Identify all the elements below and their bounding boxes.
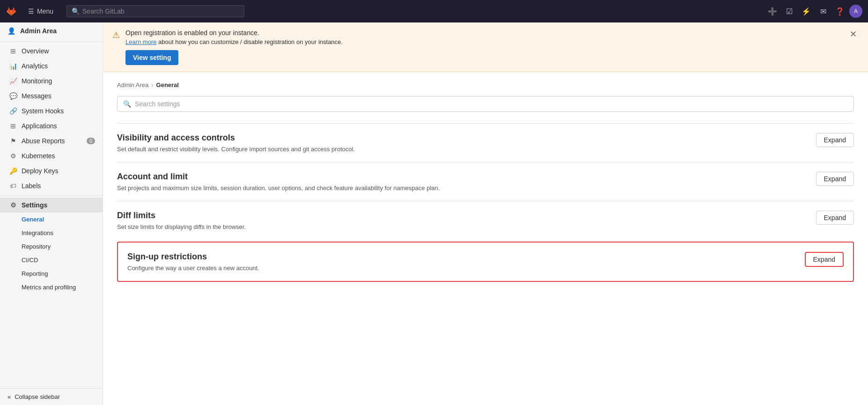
search-input[interactable]	[82, 7, 239, 15]
sidebar-divider-2	[0, 195, 103, 196]
sidebar-sub-metrics[interactable]: Metrics and profiling	[0, 280, 103, 294]
collapse-sidebar[interactable]: « Collapse sidebar	[0, 388, 103, 405]
navbar-icons: ➕ ☑ ⚡ ✉ ❓ A	[765, 4, 862, 19]
sidebar-item-messages[interactable]: 💬 Messages	[0, 88, 103, 103]
sidebar-item-analytics[interactable]: 📊 Analytics	[0, 59, 103, 74]
sidebar-sub-cicd[interactable]: CI/CD	[0, 253, 103, 267]
section-account-info: Account and limit Set projects and maxim…	[117, 172, 440, 191]
kubernetes-icon: ⚙	[9, 152, 17, 160]
section-account: Account and limit Set projects and maxim…	[117, 162, 854, 201]
deploy-keys-icon: 🔑	[9, 167, 17, 175]
expand-diff-button[interactable]: Expand	[816, 211, 854, 225]
banner-content: Open registration is enabled on your ins…	[125, 29, 842, 65]
section-account-header: Account and limit Set projects and maxim…	[117, 172, 854, 191]
labels-label: Labels	[22, 182, 41, 190]
section-visibility-header: Visibility and access controls Set defau…	[117, 133, 854, 153]
gitlab-logo-icon	[6, 6, 17, 17]
section-visibility-desc: Set default and restrict visibility leve…	[117, 146, 355, 153]
create-button[interactable]: ➕	[765, 4, 780, 19]
admin-icon: 👤	[7, 27, 15, 35]
abuse-reports-label: Abuse Reports	[22, 137, 65, 145]
section-diff: Diff limits Set size limits for displayi…	[117, 201, 854, 240]
sidebar-item-applications[interactable]: ⊞ Applications	[0, 118, 103, 133]
section-account-desc: Set projects and maximum size limits, se…	[117, 184, 440, 191]
sidebar-sub-reporting[interactable]: Reporting	[0, 267, 103, 280]
section-account-title: Account and limit	[117, 172, 440, 182]
breadcrumb-parent: Admin Area	[117, 81, 148, 88]
sidebar-item-overview[interactable]: ⊞ Overview	[0, 44, 103, 59]
search-bar: 🔍	[66, 5, 244, 17]
sidebar-item-monitoring[interactable]: 📈 Monitoring	[0, 74, 103, 88]
sidebar: 👤 Admin Area ⊞ Overview 📊 Analytics 📈 Mo…	[0, 22, 103, 405]
messages-label: Messages	[22, 92, 51, 100]
analytics-label: Analytics	[22, 62, 48, 70]
collapse-label: Collapse sidebar	[15, 393, 60, 400]
sidebar-item-system-hooks[interactable]: 🔗 System Hooks	[0, 103, 103, 118]
banner-subtitle: Learn more about how you can customize /…	[125, 38, 842, 45]
overview-icon: ⊞	[9, 47, 17, 55]
merge-requests-button[interactable]: ⚡	[799, 4, 814, 19]
expand-signup-button[interactable]: Expand	[805, 252, 844, 267]
applications-icon: ⊞	[9, 122, 17, 130]
navbar: ☰ Menu 🔍 ➕ ☑ ⚡ ✉ ❓ A	[0, 0, 868, 22]
view-setting-button[interactable]: View setting	[125, 50, 178, 65]
search-settings-input[interactable]	[135, 100, 848, 108]
expand-visibility-button[interactable]: Expand	[816, 133, 854, 147]
sidebar-item-settings[interactable]: ⚙ Settings	[0, 198, 103, 213]
search-icon: 🔍	[72, 7, 80, 15]
registration-banner: ⚠ Open registration is enabled on your i…	[103, 22, 868, 72]
reporting-label: Reporting	[22, 270, 48, 277]
help-button[interactable]: ❓	[832, 4, 847, 19]
sidebar-sub-general[interactable]: General	[0, 213, 103, 226]
section-signup-desc: Configure the way a user creates a new a…	[127, 265, 259, 272]
close-banner-button[interactable]: ✕	[848, 29, 859, 39]
monitoring-label: Monitoring	[22, 77, 52, 85]
learn-more-link[interactable]: Learn more	[125, 38, 156, 45]
metrics-label: Metrics and profiling	[22, 284, 76, 291]
hamburger-icon: ☰	[28, 7, 34, 15]
expand-account-button[interactable]: Expand	[816, 172, 854, 186]
user-avatar[interactable]: A	[849, 5, 862, 18]
labels-icon: 🏷	[9, 182, 17, 190]
breadcrumb-current: General	[156, 81, 179, 88]
sidebar-admin-label: Admin Area	[20, 27, 57, 35]
kubernetes-label: Kubernetes	[22, 152, 55, 160]
repository-label: Repository	[22, 243, 51, 250]
general-label: General	[22, 216, 44, 223]
breadcrumb-separator: ›	[151, 81, 153, 88]
sidebar-item-abuse-reports[interactable]: ⚑ Abuse Reports 0	[0, 133, 103, 148]
applications-label: Applications	[22, 122, 57, 130]
abuse-icon: ⚑	[9, 137, 17, 145]
sidebar-divider-1	[0, 41, 103, 42]
abuse-reports-badge: 0	[87, 138, 95, 144]
section-diff-info: Diff limits Set size limits for displayi…	[117, 211, 246, 230]
section-visibility: Visibility and access controls Set defau…	[117, 123, 854, 162]
sidebar-item-kubernetes[interactable]: ⚙ Kubernetes	[0, 148, 103, 163]
sidebar-sub-repository[interactable]: Repository	[0, 240, 103, 253]
settings-sections: Visibility and access controls Set defau…	[117, 123, 854, 282]
issues-button[interactable]: ✉	[816, 4, 831, 19]
analytics-icon: 📊	[9, 62, 17, 70]
system-hooks-label: System Hooks	[22, 107, 64, 115]
warning-icon: ⚠	[112, 30, 120, 40]
sidebar-item-deploy-keys[interactable]: 🔑 Deploy Keys	[0, 163, 103, 178]
sidebar-admin-area[interactable]: 👤 Admin Area	[0, 22, 103, 39]
settings-label: Settings	[22, 201, 47, 209]
page-content: Admin Area › General 🔍 Visibility and ac…	[103, 72, 868, 291]
section-signup: Sign-up restrictions Configure the way a…	[117, 242, 854, 282]
cicd-label: CI/CD	[22, 257, 38, 264]
integrations-label: Integrations	[22, 229, 53, 236]
breadcrumb: Admin Area › General	[117, 81, 854, 88]
main-content: ⚠ Open registration is enabled on your i…	[103, 22, 868, 405]
section-visibility-info: Visibility and access controls Set defau…	[117, 133, 355, 153]
sidebar-sub-integrations[interactable]: Integrations	[0, 226, 103, 240]
sidebar-item-labels[interactable]: 🏷 Labels	[0, 178, 103, 193]
collapse-icon: «	[7, 393, 11, 400]
todo-button[interactable]: ☑	[782, 4, 797, 19]
deploy-keys-label: Deploy Keys	[22, 167, 59, 175]
section-signup-info: Sign-up restrictions Configure the way a…	[127, 252, 259, 272]
menu-button[interactable]: ☰ Menu	[24, 6, 57, 17]
layout: 👤 Admin Area ⊞ Overview 📊 Analytics 📈 Mo…	[0, 22, 868, 405]
section-visibility-title: Visibility and access controls	[117, 133, 355, 143]
navbar-brand	[6, 6, 17, 17]
